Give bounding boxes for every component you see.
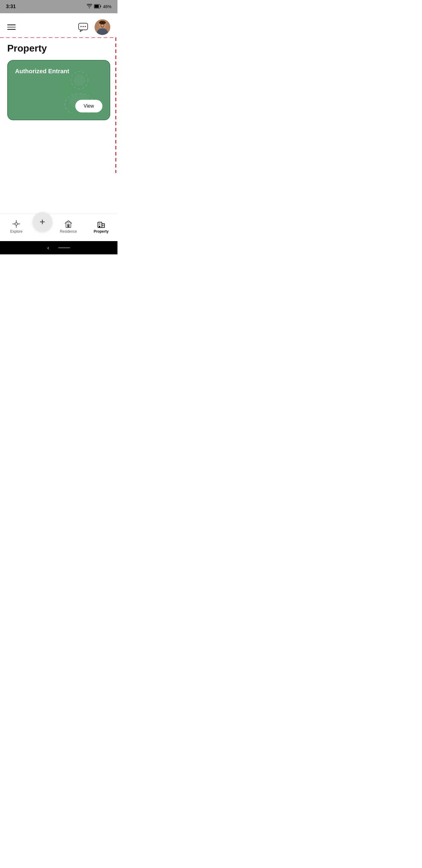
hamburger-menu-button[interactable]: [7, 24, 16, 30]
property-card: Authorized Entrant View: [7, 60, 110, 120]
svg-rect-34: [99, 226, 100, 227]
explore-label: Explore: [10, 229, 23, 234]
status-bar: 3:31 46%: [0, 0, 118, 13]
svg-point-4: [83, 26, 84, 27]
header-actions: [76, 19, 110, 35]
avatar[interactable]: [95, 19, 110, 35]
header: [0, 13, 118, 40]
battery-percentage: 46%: [103, 4, 111, 9]
card-title: Authorized Entrant: [15, 68, 102, 75]
page-title: Property: [7, 40, 110, 54]
property-label: Property: [94, 229, 108, 234]
svg-marker-24: [16, 225, 17, 227]
svg-rect-35: [102, 225, 104, 226]
svg-marker-23: [16, 221, 17, 222]
svg-point-10: [104, 25, 104, 26]
svg-marker-25: [13, 223, 15, 224]
plus-icon: +: [39, 217, 45, 227]
nav-item-explore[interactable]: Explore: [0, 220, 33, 234]
svg-point-8: [99, 21, 106, 24]
main-content: Property Authorized Entrant View: [0, 40, 118, 167]
svg-point-9: [101, 25, 101, 26]
status-time: 3:31: [6, 4, 16, 9]
wifi-icon: [87, 4, 92, 9]
view-button[interactable]: View: [75, 100, 102, 113]
nav-item-residence[interactable]: Residence: [52, 220, 85, 234]
svg-point-5: [85, 26, 86, 27]
svg-point-16: [73, 74, 85, 86]
property-icon: [97, 220, 105, 228]
svg-point-3: [80, 26, 82, 27]
svg-point-22: [15, 223, 18, 225]
battery-icon: [94, 4, 101, 9]
add-button[interactable]: +: [33, 212, 52, 231]
empty-space: [0, 167, 118, 214]
nav-item-property[interactable]: Property: [85, 220, 118, 234]
explore-icon: [12, 220, 21, 228]
svg-rect-28: [67, 224, 69, 227]
chat-button[interactable]: [76, 21, 90, 34]
svg-marker-26: [18, 223, 19, 224]
svg-rect-31: [102, 224, 104, 227]
svg-rect-1: [95, 5, 99, 8]
status-icons: 46%: [87, 4, 111, 9]
bottom-nav: Explore + Residence: [0, 214, 118, 241]
residence-icon: [64, 220, 73, 228]
card-bottom: View: [15, 100, 102, 113]
system-nav-bar: ‹: [0, 241, 118, 254]
residence-label: Residence: [60, 229, 77, 234]
home-indicator[interactable]: [58, 247, 70, 248]
back-button[interactable]: ‹: [47, 245, 49, 251]
